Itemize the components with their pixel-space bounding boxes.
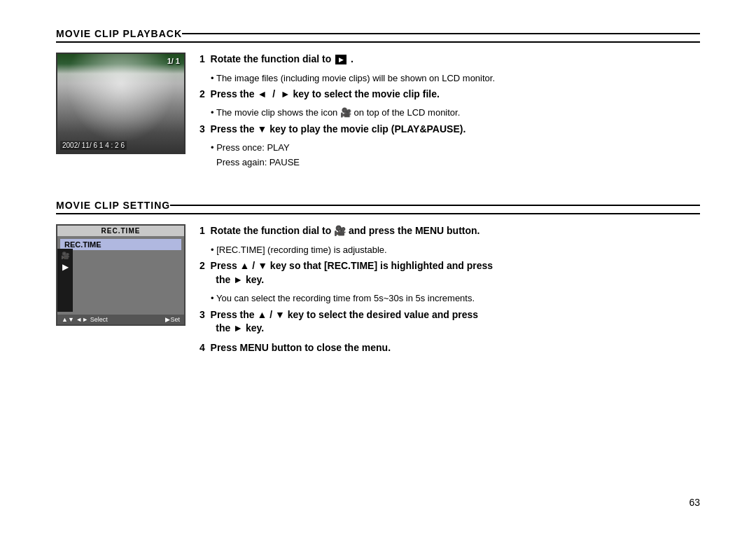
setting-step3-text: 3 Press the ▲ / ▼ key to select the desi… xyxy=(200,309,478,334)
image-counter: 1/ 1 xyxy=(167,57,180,65)
step1-suffix: . xyxy=(348,53,354,64)
image-date: 2002/ 11/ 6 1 4 : 2 6 xyxy=(60,141,127,150)
setting-footer: ▲▼ ◄► Select ▶Set xyxy=(57,315,184,324)
playback-bullet-1: The image files (including movie clips) … xyxy=(200,72,700,85)
waterfall-background xyxy=(57,54,184,153)
playback-instructions: 1 Rotate the function dial to . The imag… xyxy=(200,53,700,170)
setting-title: MOVIE CLIP SETTING xyxy=(56,200,170,211)
setting-header-bar: REC.TIME xyxy=(57,226,184,236)
playback-bullet-3: Press once: PLAY xyxy=(200,142,700,154)
play-icon xyxy=(335,55,346,64)
arrow-right-icon: ▶ xyxy=(62,262,69,272)
step3-text: 3 Press the ▼ key to play the movie clip… xyxy=(200,123,465,135)
playback-header: MOVIE CLIP PLAYBACK xyxy=(56,28,700,43)
waterfall-overlay xyxy=(57,54,184,153)
footer-set: ▶Set xyxy=(165,316,180,323)
playback-section: MOVIE CLIP PLAYBACK 1/ 1 2002/ 11/ 6 1 4… xyxy=(56,28,700,170)
playback-step-1: 1 Rotate the function dial to . xyxy=(200,53,700,67)
playback-sub-1: Press again: PAUSE xyxy=(200,157,700,167)
setting-bullet-1: [REC.TIME] (recording time) is adjustabl… xyxy=(200,244,700,256)
setting-section: MOVIE CLIP SETTING REC.TIME 🎥 ▶ REC.TIME xyxy=(56,200,700,360)
setting-bullet-2: You can select the recording time from 5… xyxy=(200,292,700,305)
step1-text: 1 Rotate the function dial to xyxy=(200,53,334,64)
playback-divider xyxy=(182,33,700,34)
setting-step-3: 3 Press the ▲ / ▼ key to select the desi… xyxy=(200,308,700,336)
setting-sidebar: 🎥 ▶ xyxy=(57,249,73,312)
setting-header: MOVIE CLIP SETTING xyxy=(56,200,700,214)
setting-step-4: 4 Press MENU button to close the menu. xyxy=(200,341,700,355)
movie-icon: 🎥 xyxy=(61,252,69,259)
setting-divider xyxy=(170,205,700,206)
setting-instructions: 1 Rotate the function dial to 🎥 and pres… xyxy=(200,224,700,360)
playback-step-3: 3 Press the ▼ key to play the movie clip… xyxy=(200,123,700,137)
setting-content: REC.TIME 🎥 ▶ REC.TIME ▲▼ ◄► Select ▶Set xyxy=(56,224,700,360)
setting-camera-image: REC.TIME 🎥 ▶ REC.TIME ▲▼ ◄► Select ▶Set xyxy=(56,224,186,326)
setting-screen: REC.TIME 🎥 ▶ REC.TIME ▲▼ ◄► Select ▶Set xyxy=(57,226,184,324)
setting-step-1: 1 Rotate the function dial to 🎥 and pres… xyxy=(200,224,700,238)
setting-step1-text: 1 Rotate the function dial to 🎥 and pres… xyxy=(200,225,479,236)
setting-step-2: 2 Press ▲ / ▼ key so that [REC.TIME] is … xyxy=(200,259,700,287)
playback-bullet-2: The movie clip shows the icon 🎥 on top o… xyxy=(200,106,700,119)
playback-content: 1/ 1 2002/ 11/ 6 1 4 : 2 6 1 Rotate the … xyxy=(56,53,700,170)
playback-step-2: 2 Press the ◄ / ► key to select the movi… xyxy=(200,88,700,102)
page-number: 63 xyxy=(56,483,700,508)
playback-title: MOVIE CLIP PLAYBACK xyxy=(56,28,182,39)
footer-nav: ▲▼ ◄► Select xyxy=(62,316,108,323)
playback-camera-image: 1/ 1 2002/ 11/ 6 1 4 : 2 6 xyxy=(56,53,186,154)
setting-step2-text: 2 Press ▲ / ▼ key so that [REC.TIME] is … xyxy=(200,260,493,285)
step2-text: 2 Press the ◄ / ► key to select the movi… xyxy=(200,88,440,99)
setting-step4-text: 4 Press MENU button to close the menu. xyxy=(200,342,391,353)
